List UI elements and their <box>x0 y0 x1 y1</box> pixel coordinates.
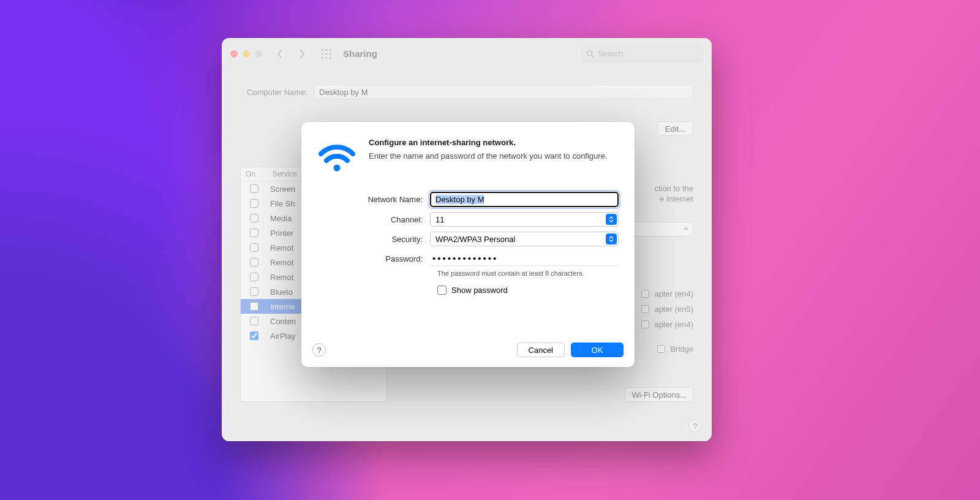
svg-point-4 <box>325 53 327 55</box>
computer-name-field[interactable] <box>314 85 693 99</box>
search-placeholder: Search <box>598 49 623 58</box>
svg-point-8 <box>330 57 331 59</box>
port-checkbox[interactable] <box>641 320 649 328</box>
help-button[interactable]: ? <box>688 419 702 433</box>
svg-point-3 <box>322 53 323 55</box>
forward-button[interactable] <box>294 46 310 62</box>
dialog-subtitle: Enter the name and password of the netwo… <box>369 151 619 162</box>
prefpane-content: Computer Name: <box>222 70 712 116</box>
service-checkbox[interactable] <box>250 184 258 193</box>
svg-point-2 <box>330 48 331 50</box>
svg-point-7 <box>325 57 327 59</box>
service-checkbox[interactable] <box>250 317 258 325</box>
search-field[interactable]: Search <box>581 45 703 63</box>
password-field[interactable] <box>430 251 619 266</box>
show-password-label: Show password <box>451 286 508 295</box>
svg-point-1 <box>325 48 327 50</box>
password-hint: The password must contain at least 8 cha… <box>437 270 619 277</box>
svg-point-11 <box>334 165 341 172</box>
dialog-help-button[interactable]: ? <box>312 343 326 357</box>
svg-line-10 <box>592 55 594 57</box>
security-select[interactable]: WPA2/WPA3 Personal <box>430 232 619 246</box>
service-checkbox[interactable] <box>250 302 258 311</box>
network-name-label: Network Name: <box>317 195 430 204</box>
show-all-icon[interactable] <box>320 47 333 61</box>
service-checkbox[interactable] <box>250 258 258 267</box>
network-name-field[interactable] <box>430 192 619 207</box>
port-checkbox[interactable] <box>641 290 649 298</box>
service-checkbox[interactable] <box>250 214 258 222</box>
search-icon <box>586 50 594 58</box>
back-button[interactable] <box>272 46 288 62</box>
titlebar: Sharing Search <box>222 38 712 70</box>
svg-point-6 <box>322 57 323 59</box>
minimize-window-button[interactable] <box>243 50 250 58</box>
updown-icon <box>606 214 617 225</box>
security-label: Security: <box>317 235 430 244</box>
wifi-icon <box>317 138 356 177</box>
service-checkbox[interactable] <box>250 273 258 281</box>
port-row[interactable]: apter (en4) <box>641 286 693 301</box>
show-password-row[interactable]: Show password <box>437 286 619 295</box>
service-checkbox[interactable] <box>250 229 258 237</box>
service-checkbox[interactable] <box>250 199 258 208</box>
port-row[interactable]: apter (en5) <box>641 301 693 316</box>
dialog-title: Configure an internet-sharing network. <box>369 138 619 147</box>
computer-name-label: Computer Name: <box>240 88 314 97</box>
wifi-options-button[interactable]: Wi-Fi Options... <box>625 387 693 402</box>
show-password-checkbox[interactable] <box>437 286 447 295</box>
svg-point-0 <box>322 48 323 50</box>
updown-icon <box>683 227 689 231</box>
svg-point-5 <box>330 53 331 55</box>
port-checkbox[interactable] <box>641 305 649 313</box>
updown-icon <box>606 233 617 244</box>
ok-button[interactable]: OK <box>571 343 624 357</box>
configure-network-dialog: Configure an internet-sharing network. E… <box>301 122 635 367</box>
service-checkbox[interactable] <box>250 243 258 252</box>
zoom-window-button[interactable] <box>255 50 262 58</box>
password-label: Password: <box>317 254 430 263</box>
sharing-description: ction to the e Internet <box>654 184 693 205</box>
service-checkbox[interactable] <box>250 287 258 296</box>
close-window-button[interactable] <box>230 50 238 58</box>
cancel-button[interactable]: Cancel <box>517 343 565 357</box>
port-row[interactable]: Bridge <box>657 341 693 356</box>
window-traffic-lights <box>230 50 262 58</box>
window-title: Sharing <box>343 48 377 59</box>
port-checkbox[interactable] <box>657 345 665 353</box>
port-row[interactable]: apter (en4) <box>641 317 693 331</box>
channel-select[interactable]: 11 <box>430 212 619 227</box>
channel-label: Channel: <box>317 215 430 224</box>
edit-hostname-button[interactable]: Edit... <box>657 121 693 136</box>
column-on: On <box>241 167 268 181</box>
service-checkbox[interactable] <box>250 331 258 340</box>
